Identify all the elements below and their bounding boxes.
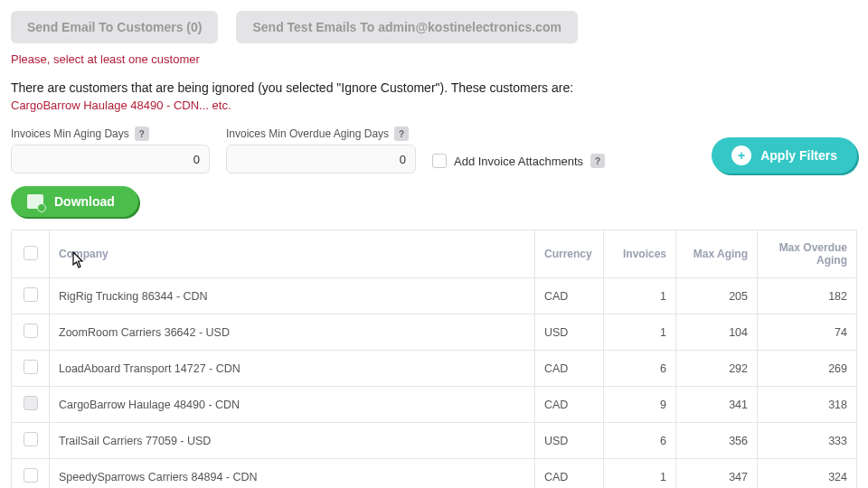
min-overdue-input[interactable]: [226, 145, 416, 174]
send-test-email-button[interactable]: Send Test Emails To admin@kostinelectron…: [236, 11, 577, 43]
help-icon[interactable]: ?: [590, 154, 605, 168]
plus-icon: +: [731, 145, 751, 165]
cell-invoices: 1: [604, 314, 676, 351]
row-checkbox[interactable]: [24, 468, 38, 483]
cell-currency: CAD: [535, 351, 604, 387]
add-attachments-label: Add Invoice Attachments: [454, 155, 583, 168]
row-checkbox[interactable]: [24, 396, 38, 410]
cell-company: RigRig Trucking 86344 - CDN: [50, 278, 535, 314]
cell-max-overdue: 333: [758, 423, 857, 459]
cell-company: CargoBarrow Haulage 48490 - CDN: [50, 387, 535, 423]
table-row: CargoBarrow Haulage 48490 - CDNCAD934131…: [12, 387, 857, 423]
ignored-customers-list: CargoBarrow Haulage 48490 - CDN... etc.: [11, 99, 857, 112]
col-invoices[interactable]: Invoices: [604, 230, 676, 278]
cell-max-aging: 292: [676, 351, 758, 387]
col-max-overdue[interactable]: Max Overdue Aging: [758, 230, 857, 278]
cell-company: TrailSail Carriers 77059 - USD: [50, 423, 535, 459]
cell-invoices: 1: [604, 459, 676, 489]
cell-invoices: 6: [604, 423, 676, 459]
cell-invoices: 6: [604, 351, 676, 387]
row-checkbox[interactable]: [24, 287, 38, 302]
table-row: LoadAboard Transport 14727 - CDNCAD62922…: [12, 351, 857, 387]
apply-filters-label: Apply Filters: [760, 148, 837, 163]
min-aging-input[interactable]: [11, 145, 210, 174]
add-attachments-checkbox[interactable]: [432, 154, 447, 168]
table-row: RigRig Trucking 86344 - CDNCAD1205182: [12, 278, 857, 314]
cell-max-overdue: 318: [758, 387, 857, 423]
cell-currency: CAD: [535, 459, 604, 489]
cell-max-overdue: 324: [758, 459, 857, 489]
spreadsheet-icon: [27, 194, 43, 209]
cell-company: ZoomRoom Carriers 36642 - USD: [50, 314, 535, 351]
cell-currency: USD: [535, 423, 604, 459]
cell-company: LoadAboard Transport 14727 - CDN: [50, 351, 535, 387]
cell-invoices: 9: [604, 387, 676, 423]
table-row: TrailSail Carriers 77059 - USDUSD6356333: [12, 423, 857, 459]
cell-max-aging: 205: [676, 278, 758, 314]
cell-max-aging: 356: [676, 423, 758, 459]
table-row: SpeedySparrows Carriers 84894 - CDNCAD13…: [12, 459, 857, 489]
cell-max-aging: 347: [676, 459, 758, 489]
col-max-aging[interactable]: Max Aging: [676, 230, 758, 278]
min-aging-label: Invoices Min Aging Days: [11, 127, 129, 140]
cell-currency: CAD: [535, 278, 604, 314]
cell-max-aging: 104: [676, 314, 758, 351]
ignored-customers-heading: There are customers that are being ignor…: [11, 80, 857, 95]
row-checkbox[interactable]: [24, 324, 38, 338]
cell-company: SpeedySparrows Carriers 84894 - CDN: [50, 459, 535, 489]
cell-max-overdue: 74: [758, 314, 857, 351]
col-company[interactable]: Company: [50, 230, 535, 278]
send-email-button[interactable]: Send Email To Customers (0): [11, 11, 218, 43]
customers-table: Company Currency Invoices Max Aging Max …: [11, 230, 857, 488]
min-overdue-label: Invoices Min Overdue Aging Days: [226, 127, 389, 140]
help-icon[interactable]: ?: [135, 127, 149, 141]
download-label: Download: [54, 194, 115, 209]
apply-filters-button[interactable]: + Apply Filters: [712, 137, 857, 174]
cell-invoices: 1: [604, 278, 676, 314]
download-button[interactable]: Download: [11, 186, 138, 217]
cell-currency: CAD: [535, 387, 604, 423]
help-icon[interactable]: ?: [394, 127, 409, 141]
cell-max-aging: 341: [676, 387, 758, 423]
cell-max-overdue: 269: [758, 351, 857, 387]
table-row: ZoomRoom Carriers 36642 - USDUSD110474: [12, 314, 857, 351]
col-currency[interactable]: Currency: [535, 230, 604, 278]
select-all-checkbox[interactable]: [24, 246, 38, 260]
row-checkbox[interactable]: [24, 432, 38, 446]
cell-max-overdue: 182: [758, 278, 857, 314]
row-checkbox[interactable]: [24, 360, 38, 374]
cell-currency: USD: [535, 314, 604, 351]
select-warning: Please, select at least one customer: [11, 52, 857, 66]
